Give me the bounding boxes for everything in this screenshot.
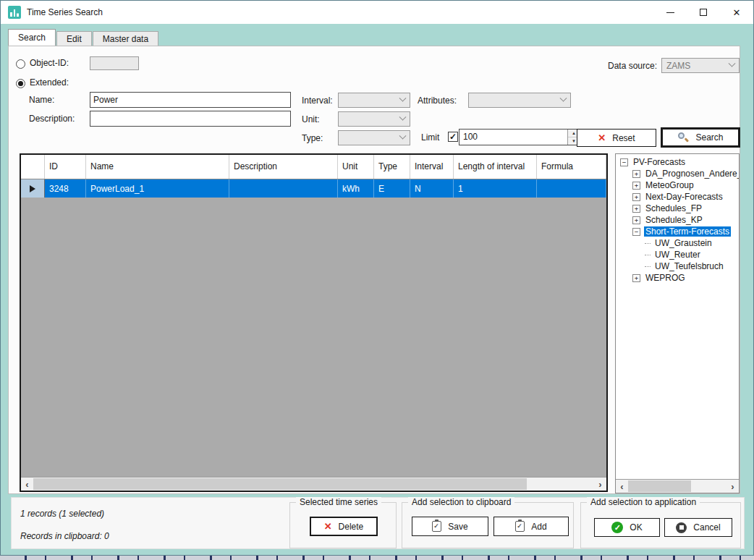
tree-item-label[interactable]: Schedules_KP: [644, 215, 704, 225]
limit-checkbox[interactable]: ✓: [448, 132, 458, 142]
grid-cell-description[interactable]: [229, 179, 338, 198]
tree-item-label[interactable]: PV-Forecasts: [632, 157, 687, 167]
unit-combo[interactable]: [338, 111, 410, 127]
ok-label: OK: [630, 522, 642, 533]
tree-scroll-thumb[interactable]: [628, 480, 691, 492]
tree-item-label[interactable]: UW_Reuter: [653, 250, 702, 260]
object-id-input[interactable]: [90, 56, 139, 70]
tree-item-short-term-forecasts[interactable]: −Short-Term-Forecasts: [616, 226, 739, 237]
search-button[interactable]: Search: [661, 127, 740, 148]
tree-item-weprog[interactable]: +WEPROG: [616, 272, 739, 284]
tree-connector: [645, 255, 651, 255]
cancel-button[interactable]: Cancel: [664, 518, 732, 537]
save-button[interactable]: Save: [412, 517, 488, 536]
background-window-strip: [0, 556, 754, 560]
expand-icon[interactable]: +: [632, 170, 640, 178]
time-series-search-window: Time Series Search ✕ Search Edit Master …: [0, 0, 754, 556]
tab-search[interactable]: Search: [8, 29, 56, 46]
tree-hscrollbar[interactable]: ‹ ›: [616, 479, 739, 493]
tab-strip: Search Edit Master data: [8, 30, 159, 46]
tree-item-uw-reuter[interactable]: UW_Reuter: [616, 249, 739, 260]
app-bar-chart-icon: [8, 6, 21, 19]
scroll-left-icon[interactable]: ‹: [616, 480, 628, 493]
expand-icon[interactable]: +: [632, 193, 640, 201]
grid-cell-type[interactable]: E: [374, 179, 410, 198]
tree-item-pv-forecasts[interactable]: −PV-Forecasts: [616, 156, 739, 168]
grid-header-name[interactable]: Name: [86, 155, 229, 179]
type-combo[interactable]: [338, 130, 410, 145]
grid-row[interactable]: 3248PowerLoad_1kWhEN1: [21, 179, 606, 198]
grid-header-length-of-interval[interactable]: Length of interval: [454, 155, 537, 179]
extended-label: Extended:: [30, 77, 69, 88]
grid-header-interval[interactable]: Interval: [410, 155, 454, 179]
clipboard-check-icon: [515, 521, 525, 532]
grid-header-unit[interactable]: Unit: [338, 155, 374, 179]
tree-item-schedules-kp[interactable]: +Schedules_KP: [616, 214, 739, 226]
description-input[interactable]: [90, 111, 291, 127]
object-id-radio[interactable]: [16, 59, 25, 69]
data-source-combo[interactable]: ZAMS: [661, 58, 740, 73]
scroll-right-icon[interactable]: ›: [594, 478, 606, 491]
grid-cell-id[interactable]: 3248: [45, 179, 86, 198]
tab-edit[interactable]: Edit: [56, 31, 92, 46]
reset-button[interactable]: ✕ Reset: [577, 129, 656, 147]
tree-item-label[interactable]: MeteoGroup: [644, 180, 695, 190]
tree-connector: [645, 266, 651, 267]
expand-icon[interactable]: +: [632, 274, 640, 282]
grid-cell-interval[interactable]: N: [410, 179, 454, 198]
grid-header-id[interactable]: ID: [45, 155, 86, 179]
scroll-right-icon[interactable]: ›: [727, 480, 739, 493]
scroll-left-icon[interactable]: ‹: [21, 478, 33, 491]
tree-item-next-day-forecasts[interactable]: +Next-Day-Forecasts: [616, 191, 739, 203]
selected-time-series-group: Selected time series ✕ Delete: [289, 502, 397, 548]
grid-scroll-track[interactable]: [33, 478, 594, 491]
tree-item-meteogroup[interactable]: +MeteoGroup: [616, 179, 739, 191]
tree-item-uw-teufelsbruch[interactable]: UW_Teufelsbruch: [616, 260, 739, 272]
tree-item-label[interactable]: DA_Prognosen_Andere_: [644, 169, 739, 179]
attributes-combo[interactable]: [468, 93, 571, 108]
collapse-icon[interactable]: −: [620, 158, 628, 166]
delete-button[interactable]: ✕ Delete: [310, 517, 378, 536]
close-button[interactable]: ✕: [720, 1, 753, 24]
tree-item-label[interactable]: WEPROG: [644, 273, 687, 283]
expand-icon[interactable]: +: [632, 205, 640, 213]
ok-button[interactable]: ✓ OK: [594, 518, 660, 537]
maximize-button[interactable]: [687, 1, 720, 24]
grid-header-marker[interactable]: [21, 155, 45, 179]
tree-item-label[interactable]: Schedules_FP: [644, 203, 703, 213]
delete-x-icon: ✕: [324, 522, 332, 531]
tree-item-da-prognosen-andere-[interactable]: +DA_Prognosen_Andere_: [616, 168, 739, 179]
grid-cell-length-of-interval[interactable]: 1: [454, 179, 537, 198]
minimize-icon: [666, 12, 674, 13]
expand-icon[interactable]: +: [632, 216, 640, 224]
tree-scroll-track[interactable]: [628, 480, 727, 493]
tree-item-label[interactable]: UW_Teufelsbruch: [653, 261, 725, 271]
add-button[interactable]: Add: [494, 517, 569, 536]
grid-cell-unit[interactable]: kWh: [338, 179, 374, 198]
collapse-icon[interactable]: −: [632, 228, 640, 236]
limit-value: 100: [459, 130, 567, 145]
add-to-application-group: Add selection to application ✓ OK Cancel: [580, 502, 741, 548]
forecast-tree-panel: −PV-Forecasts+DA_Prognosen_Andere_+Meteo…: [615, 153, 740, 493]
interval-combo[interactable]: [338, 93, 410, 108]
tree-item-label[interactable]: UW_Graustein: [653, 238, 713, 248]
expand-icon[interactable]: +: [632, 182, 640, 190]
grid-hscrollbar[interactable]: ‹ ›: [21, 477, 606, 491]
grid-cell-name[interactable]: PowerLoad_1: [86, 179, 229, 198]
grid-header-type[interactable]: Type: [374, 155, 410, 179]
limit-spinbox[interactable]: 100 ▲▼: [459, 129, 580, 145]
grid-header-description[interactable]: Description: [229, 155, 338, 179]
minimize-button[interactable]: [653, 1, 687, 24]
grid-header-formula[interactable]: Formula: [537, 155, 606, 179]
grid-scroll-thumb[interactable]: [33, 478, 527, 490]
tab-master-data[interactable]: Master data: [93, 31, 158, 46]
tree-item-uw-graustein[interactable]: UW_Graustein: [616, 237, 739, 249]
tree-item-label[interactable]: Next-Day-Forecasts: [644, 192, 724, 202]
grid-cell-formula[interactable]: [537, 179, 606, 198]
chevron-down-icon: [399, 132, 407, 140]
tree-item-schedules-fp[interactable]: +Schedules_FP: [616, 203, 739, 214]
name-input[interactable]: [90, 92, 291, 108]
grid-header: IDNameDescriptionUnitTypeIntervalLength …: [21, 155, 606, 179]
tree-item-label[interactable]: Short-Term-Forecasts: [644, 226, 731, 237]
extended-radio[interactable]: [16, 79, 25, 88]
